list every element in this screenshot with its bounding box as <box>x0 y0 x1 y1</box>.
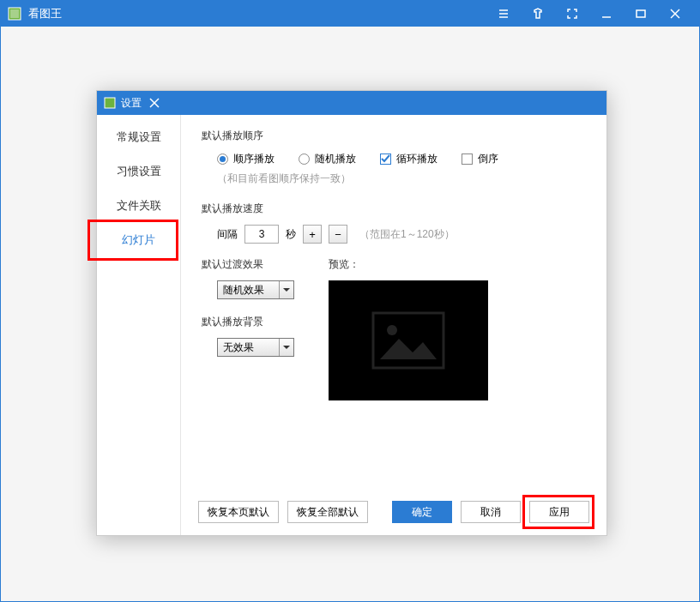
radio-sequential[interactable]: 顺序播放 <box>217 152 275 166</box>
preview-label: 预览： <box>329 257 488 272</box>
dialog-icon <box>104 97 116 109</box>
play-order-hint: （和目前看图顺序保持一致） <box>217 172 586 186</box>
radio-label: 随机播放 <box>315 152 356 166</box>
close-button[interactable] <box>658 1 692 27</box>
maximize-button[interactable] <box>624 1 658 27</box>
sidebar-item-file-assoc[interactable]: 文件关联 <box>97 189 180 223</box>
checkbox-label: 倒序 <box>478 152 498 166</box>
placeholder-image-icon <box>370 310 447 371</box>
menu-button[interactable] <box>486 1 521 27</box>
dialog-body: 常规设置 习惯设置 文件关联 幻灯片 默认播放顺序 顺序播放 <box>97 115 606 535</box>
chevron-down-icon <box>279 339 290 356</box>
decrement-button[interactable]: − <box>329 225 347 244</box>
radio-random[interactable]: 随机播放 <box>299 152 356 166</box>
range-hint: （范围在1～120秒） <box>359 227 455 242</box>
play-order-label: 默认播放顺序 <box>202 129 586 143</box>
chevron-down-icon <box>279 281 290 298</box>
sidebar-item-slideshow[interactable]: 幻灯片 <box>97 223 180 257</box>
skin-button[interactable] <box>521 1 555 27</box>
background-section: 默认播放背景 无效果 <box>202 315 294 357</box>
checkbox-loop[interactable]: 循环播放 <box>380 152 438 166</box>
combo-value: 无效果 <box>223 340 254 355</box>
svg-rect-9 <box>105 98 115 108</box>
combo-value: 随机效果 <box>223 283 264 298</box>
play-speed-label: 默认播放速度 <box>202 202 586 216</box>
checkbox-label: 循环播放 <box>396 152 438 166</box>
dialog-close-button[interactable] <box>142 91 167 115</box>
svg-rect-6 <box>637 10 645 17</box>
ok-button[interactable]: 确定 <box>392 501 452 523</box>
preview-box <box>329 280 488 400</box>
minimize-button[interactable] <box>589 1 624 27</box>
svg-rect-12 <box>373 313 444 368</box>
dialog-title: 设置 <box>121 96 142 111</box>
transition-combo[interactable]: 随机效果 <box>217 280 294 299</box>
app-title: 看图王 <box>28 6 62 21</box>
transition-section: 默认过渡效果 随机效果 <box>202 257 294 299</box>
sidebar-item-label: 习惯设置 <box>117 164 161 179</box>
interval-input[interactable] <box>244 225 279 244</box>
background-label: 默认播放背景 <box>202 315 294 329</box>
settings-dialog: 设置 常规设置 习惯设置 文件关联 幻灯片 默认播放顺序 <box>96 90 607 536</box>
transition-label: 默认过渡效果 <box>202 257 294 272</box>
sidebar-item-habit[interactable]: 习惯设置 <box>97 154 180 189</box>
svg-rect-1 <box>10 9 19 18</box>
unit-label: 秒 <box>286 227 296 242</box>
main-titlebar: 看图王 <box>1 1 699 27</box>
radio-icon <box>299 154 310 165</box>
increment-button[interactable]: + <box>303 225 322 244</box>
apply-button[interactable]: 应用 <box>529 501 589 523</box>
dialog-titlebar: 设置 <box>97 91 606 115</box>
fullscreen-button[interactable] <box>555 1 589 27</box>
dialog-footer: 恢复本页默认 恢复全部默认 确定 取消 应用 <box>181 501 606 523</box>
sidebar-item-general[interactable]: 常规设置 <box>97 120 180 154</box>
reset-page-button[interactable]: 恢复本页默认 <box>198 501 279 523</box>
svg-point-13 <box>387 325 397 335</box>
settings-sidebar: 常规设置 习惯设置 文件关联 幻灯片 <box>97 115 181 535</box>
app-icon <box>8 7 21 21</box>
radio-icon <box>217 154 228 165</box>
play-order-section: 默认播放顺序 顺序播放 随机播放 <box>202 129 586 186</box>
sidebar-item-label: 幻灯片 <box>122 232 155 248</box>
checkbox-icon <box>462 154 473 165</box>
sidebar-item-label: 常规设置 <box>117 129 161 145</box>
checkbox-reverse[interactable]: 倒序 <box>462 152 498 166</box>
interval-label: 间隔 <box>217 227 238 242</box>
checkbox-icon <box>380 154 391 165</box>
reset-all-button[interactable]: 恢复全部默认 <box>287 501 368 523</box>
sidebar-item-label: 文件关联 <box>117 198 161 214</box>
background-combo[interactable]: 无效果 <box>217 338 294 357</box>
play-speed-section: 默认播放速度 间隔 秒 + − （范围在1～120秒） 默认过渡效果 <box>202 202 586 400</box>
radio-label: 顺序播放 <box>233 152 275 166</box>
cancel-button[interactable]: 取消 <box>461 501 521 523</box>
settings-content: 默认播放顺序 顺序播放 随机播放 <box>181 115 606 535</box>
main-window: 看图王 设置 常规设置 习惯设置 文件关联 幻灯片 <box>0 0 700 602</box>
